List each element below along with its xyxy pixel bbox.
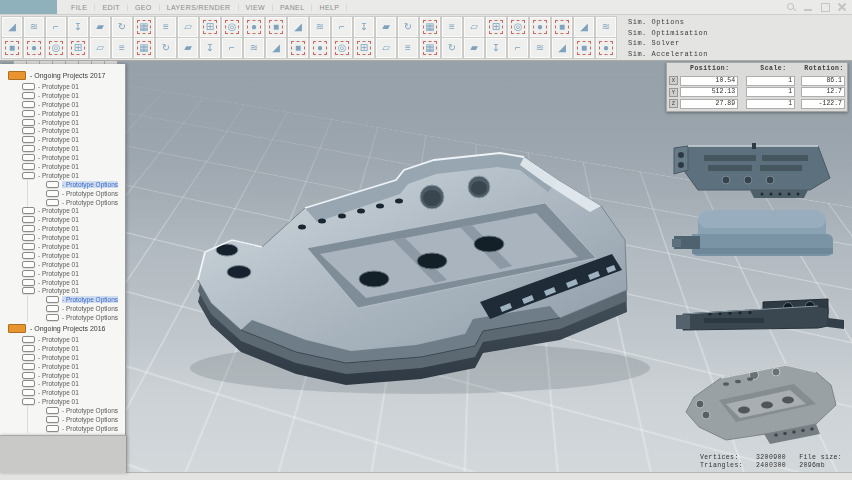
tree-item[interactable]: - Prototype 01 [0, 278, 125, 287]
tree-item[interactable]: - Prototype 01 [0, 171, 125, 180]
toolbar-button[interactable]: ● [596, 38, 616, 58]
tree-item[interactable]: - Prototype 01 [0, 242, 125, 251]
tree-item[interactable]: - Prototype 01 [0, 397, 125, 406]
toolbar-button[interactable]: ≋ [24, 17, 44, 37]
tree-item[interactable]: - Prototype 01 [0, 380, 125, 389]
tree-option[interactable]: - Prototype Options [0, 415, 125, 424]
toolbar-button[interactable]: ⌐ [222, 38, 242, 58]
toolbar-button[interactable]: ■ [574, 38, 594, 58]
tree-item[interactable]: - Prototype 01 [0, 162, 125, 171]
toolbar-button[interactable]: ↻ [112, 17, 132, 37]
scale-x-field[interactable]: 1 [746, 76, 795, 86]
tree-item[interactable]: - Prototype 01 [0, 135, 125, 144]
tree-option[interactable]: - Prototype Options [0, 198, 125, 207]
toolbar-button[interactable]: ◢ [574, 17, 594, 37]
tree-item[interactable]: - Prototype 01 [0, 286, 125, 295]
toolbar-button[interactable]: ▰ [178, 38, 198, 58]
toolbar-button[interactable]: ▱ [90, 38, 110, 58]
tree-option[interactable]: - Prototype Options [0, 295, 125, 304]
toolbar-button[interactable]: ◢ [266, 38, 286, 58]
part-thumbnail-bar[interactable] [668, 296, 848, 348]
menu-item-layers-render[interactable]: Layers/Render [160, 4, 239, 11]
toolbar-button[interactable]: ≋ [244, 38, 264, 58]
sim-menu-item-sim-options[interactable]: Sim. Options [628, 17, 708, 28]
tree-item[interactable]: - Prototype 01 [0, 344, 125, 353]
tree-item[interactable]: - Prototype 01 [0, 109, 125, 118]
rotation-x-field[interactable]: 86.1 [801, 76, 845, 86]
menu-item-help[interactable]: Help [312, 4, 347, 11]
menu-item-geo[interactable]: Geo [128, 4, 160, 11]
tree-option[interactable]: - Prototype Options [0, 406, 125, 415]
tree-item[interactable]: - Prototype 01 [0, 362, 125, 371]
toolbar-button[interactable]: ⌐ [508, 38, 528, 58]
toolbar-button[interactable]: ▰ [90, 17, 110, 37]
toolbar-button[interactable]: ● [244, 17, 264, 37]
menu-item-panel[interactable]: Panel [273, 4, 312, 11]
toolbar-button[interactable]: ≋ [530, 38, 550, 58]
tree-item[interactable]: - Prototype 01 [0, 206, 125, 215]
toolbar-button[interactable]: ≡ [156, 17, 176, 37]
toolbar-button[interactable]: ↻ [156, 38, 176, 58]
toolbar-button[interactable]: ◎ [332, 38, 352, 58]
toolbar-button[interactable]: ▱ [464, 17, 484, 37]
toolbar-button[interactable]: ◎ [46, 38, 66, 58]
tree-option[interactable]: - Prototype Options [0, 424, 125, 433]
tree-item[interactable]: - Prototype 01 [0, 153, 125, 162]
part-thumbnail-plate[interactable] [668, 138, 848, 204]
tree-item[interactable]: - Prototype 01 [0, 353, 125, 362]
toolbar-button[interactable]: ● [530, 17, 550, 37]
tree-item[interactable]: - Prototype 01 [0, 388, 125, 397]
sim-menu-item-sim-optimisation[interactable]: Sim. Optimisation [628, 28, 708, 39]
minimize-icon[interactable] [803, 2, 813, 12]
tree-item[interactable]: - Prototype 01 [0, 224, 125, 233]
part-thumbnail-block[interactable] [672, 206, 842, 268]
toolbar-button[interactable]: ● [310, 38, 330, 58]
tree-item[interactable]: - Prototype 01 [0, 82, 125, 91]
toolbar-button[interactable]: ▦ [420, 17, 440, 37]
tree-option[interactable]: - Prototype Options [0, 313, 125, 322]
toolbar-button[interactable]: ▦ [134, 17, 154, 37]
rotation-y-field[interactable]: 12.7 [801, 87, 845, 97]
toolbar-button[interactable]: ◎ [222, 17, 242, 37]
toolbar-button[interactable]: ↧ [200, 38, 220, 58]
position-z-field[interactable]: 27.89 [680, 99, 738, 109]
tree-item[interactable]: - Prototype 01 [0, 144, 125, 153]
position-y-field[interactable]: 512.13 [680, 87, 738, 97]
toolbar-button[interactable]: ■ [266, 17, 286, 37]
tree-group[interactable]: - Ongoing Projects 2016 [0, 322, 125, 335]
viewport-3d[interactable]: Vertices: 3200900 File size: Triangles: … [0, 60, 852, 472]
toolbar-button[interactable]: ● [24, 38, 44, 58]
sim-menu-item-sim-solver[interactable]: Sim. Solver [628, 38, 708, 49]
tree-option[interactable]: - Prototype Options [0, 180, 125, 189]
tree-group[interactable]: - Ongoing Projects 2017 [0, 69, 125, 82]
maximize-icon[interactable] [820, 2, 830, 12]
toolbar-button[interactable]: ▱ [376, 38, 396, 58]
toolbar-button[interactable]: ↻ [398, 17, 418, 37]
tree-item[interactable]: - Prototype 01 [0, 215, 125, 224]
toolbar-button[interactable]: ⊞ [68, 38, 88, 58]
toolbar-button[interactable]: ⊞ [200, 17, 220, 37]
tree-item[interactable]: - Prototype 01 [0, 335, 125, 344]
tree-item[interactable]: - Prototype 01 [0, 233, 125, 242]
toolbar-button[interactable]: ▱ [178, 17, 198, 37]
tree-item[interactable]: - Prototype 01 [0, 118, 125, 127]
toolbar-button[interactable]: ⊞ [486, 17, 506, 37]
tree-item[interactable]: - Prototype 01 [0, 371, 125, 380]
toolbar-button[interactable]: ≡ [398, 38, 418, 58]
toolbar-button[interactable]: ≡ [442, 17, 462, 37]
tree-option[interactable]: - Prototype Options [0, 304, 125, 313]
toolbar-button[interactable]: ◢ [552, 38, 572, 58]
part-thumbnail-chassis[interactable] [664, 360, 852, 458]
tree-item[interactable]: - Prototype 01 [0, 260, 125, 269]
toolbar-button[interactable]: ▦ [134, 38, 154, 58]
scale-y-field[interactable]: 1 [746, 87, 795, 97]
toolbar-button[interactable]: ≋ [596, 17, 616, 37]
sim-menu-item-sim-acceleration[interactable]: Sim. Acceleration [628, 49, 708, 60]
toolbar-button[interactable]: ■ [552, 17, 572, 37]
toolbar-button[interactable]: ⊞ [354, 38, 374, 58]
toolbar-button[interactable]: ≋ [310, 17, 330, 37]
toolbar-button[interactable]: ↧ [68, 17, 88, 37]
toolbar-button[interactable]: ⌐ [46, 17, 66, 37]
menu-item-view[interactable]: View [239, 4, 274, 11]
toolbar-button[interactable]: ↻ [442, 38, 462, 58]
